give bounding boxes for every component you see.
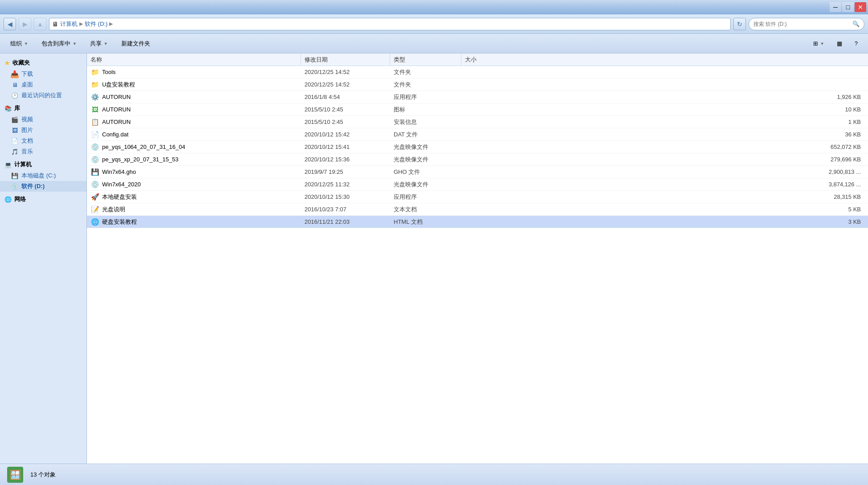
- table-row[interactable]: 💿 Win7x64_2020 2020/12/25 11:32 光盘映像文件 3…: [87, 178, 868, 191]
- forward-button[interactable]: ▶: [19, 18, 31, 30]
- search-icon: 🔍: [852, 21, 860, 27]
- table-row[interactable]: 💿 pe_yqs_xp_20_07_31_15_53 2020/10/12 15…: [87, 153, 868, 166]
- network-icon: 🌐: [4, 196, 12, 203]
- file-type-icon: 🚀: [91, 193, 99, 201]
- search-input[interactable]: [753, 21, 850, 27]
- table-row[interactable]: 🌐 硬盘安装教程 2016/11/21 22:03 HTML 文档 3 KB: [87, 216, 868, 228]
- organize-arrow: ▼: [24, 41, 28, 46]
- table-row[interactable]: 📁 U盘安装教程 2020/12/25 14:52 文件夹: [87, 78, 868, 91]
- sidebar-item-desktop[interactable]: 🖥 桌面: [0, 79, 86, 90]
- view-icon: ⊞: [813, 40, 818, 47]
- breadcrumb-software-disk[interactable]: 软件 (D:): [85, 20, 107, 28]
- file-name-cell: 💿 pe_yqs_xp_20_07_31_15_53: [87, 155, 301, 164]
- file-name-cell: 📁 Tools: [87, 68, 301, 77]
- file-size-cell: 652,072 KB: [461, 144, 868, 150]
- network-label: 网络: [14, 195, 26, 203]
- music-label: 音乐: [21, 148, 33, 156]
- col-size-header[interactable]: 大小: [461, 53, 868, 66]
- window-controls: ─ □ ✕: [830, 2, 866, 12]
- help-button[interactable]: ?: [849, 37, 864, 51]
- sidebar-item-recent[interactable]: 🕐 最近访问的位置: [0, 90, 86, 101]
- sidebar-item-video[interactable]: 🎬 视频: [0, 114, 86, 125]
- file-name-cell: 💿 pe_yqs_1064_20_07_31_16_04: [87, 143, 301, 152]
- file-type-cell: HTML 文档: [390, 218, 461, 226]
- file-type-cell: 光盘映像文件: [390, 181, 461, 189]
- table-row[interactable]: ⚙️ AUTORUN 2016/1/8 4:54 应用程序 1,926 KB: [87, 91, 868, 103]
- status-bar: 🪟 13 个对象: [0, 464, 868, 485]
- sidebar-favorites-header[interactable]: ★ 收藏夹: [0, 57, 86, 69]
- include-library-button[interactable]: 包含到库中 ▼: [36, 37, 82, 51]
- file-size-cell: 2,900,813 ...: [461, 169, 868, 175]
- share-button[interactable]: 共享 ▼: [84, 37, 114, 51]
- table-row[interactable]: 📄 Config.dat 2020/10/12 15:42 DAT 文件 36 …: [87, 128, 868, 141]
- file-type-cell: DAT 文件: [390, 131, 461, 139]
- up-button[interactable]: ▲: [34, 18, 46, 30]
- file-type-cell: 光盘映像文件: [390, 143, 461, 151]
- file-size-cell: 5 KB: [461, 206, 868, 213]
- table-row[interactable]: 📁 Tools 2020/12/25 14:52 文件夹: [87, 66, 868, 78]
- sidebar-item-music[interactable]: 🎵 音乐: [0, 146, 86, 157]
- file-date-cell: 2020/12/25 14:52: [301, 69, 390, 75]
- file-date-cell: 2020/10/12 15:30: [301, 193, 390, 200]
- maximize-button[interactable]: □: [842, 2, 854, 12]
- sidebar-item-document[interactable]: 📄 文档: [0, 136, 86, 146]
- organize-button[interactable]: 组织 ▼: [4, 37, 34, 51]
- sidebar-network-header[interactable]: 🌐 网络: [0, 193, 86, 205]
- library-label: 库: [14, 104, 20, 112]
- file-size-cell: 1,926 KB: [461, 94, 868, 100]
- sidebar-item-picture[interactable]: 🖼 图片: [0, 125, 86, 136]
- address-bar: ◀ ▶ ▲ 🖥 计算机 ▶ 软件 (D:) ▶ ↻ 🔍: [0, 14, 868, 34]
- file-type-icon: 💿: [91, 180, 99, 189]
- file-type-icon: 📋: [91, 118, 99, 127]
- view-options-button[interactable]: ⊞ ▼: [807, 37, 830, 51]
- music-icon: 🎵: [11, 148, 19, 156]
- col-date-header[interactable]: 修改日期: [301, 53, 390, 66]
- col-type-header[interactable]: 类型: [390, 53, 461, 66]
- file-name-text: AUTORUN: [102, 94, 131, 100]
- sidebar-item-local-disk[interactable]: 💾 本地磁盘 (C:): [0, 170, 86, 181]
- file-name-cell: 📋 AUTORUN: [87, 118, 301, 127]
- table-row[interactable]: 🚀 本地硬盘安装 2020/10/12 15:30 应用程序 28,315 KB: [87, 191, 868, 203]
- search-box[interactable]: 🔍: [749, 18, 864, 30]
- table-row[interactable]: 📝 光盘说明 2016/10/23 7:07 文本文档 5 KB: [87, 203, 868, 216]
- desktop-label: 桌面: [21, 81, 33, 89]
- minimize-button[interactable]: ─: [830, 2, 841, 12]
- file-date-cell: 2016/1/8 4:54: [301, 94, 390, 100]
- breadcrumb-computer[interactable]: 计算机: [60, 20, 78, 28]
- file-size-cell: 279,696 KB: [461, 156, 868, 163]
- refresh-button[interactable]: ↻: [733, 18, 746, 30]
- table-row[interactable]: 🖼 AUTORUN 2015/5/10 2:45 图标 10 KB: [87, 103, 868, 116]
- file-name-cell: 🖼 AUTORUN: [87, 105, 301, 114]
- organize-label: 组织: [10, 40, 22, 48]
- file-name-cell: 📝 光盘说明: [87, 205, 301, 214]
- sidebar-section-library: 📚 库 🎬 视频 🖼 图片 📄 文档 🎵 音乐: [0, 103, 86, 157]
- title-bar: ─ □ ✕: [0, 0, 868, 14]
- back-button[interactable]: ◀: [4, 18, 16, 30]
- status-count: 13 个对象: [30, 471, 56, 479]
- main-layout: ★ 收藏夹 📥 下载 🖥 桌面 🕐 最近访问的位置 📚 库: [0, 53, 868, 464]
- layout-button[interactable]: ▦: [831, 37, 848, 51]
- table-row[interactable]: 📋 AUTORUN 2015/5/10 2:45 安装信息 1 KB: [87, 116, 868, 128]
- file-type-icon: 💾: [91, 168, 99, 177]
- file-name-text: pe_yqs_1064_20_07_31_16_04: [102, 144, 185, 150]
- video-label: 视频: [21, 115, 33, 123]
- table-row[interactable]: 💿 pe_yqs_1064_20_07_31_16_04 2020/10/12 …: [87, 141, 868, 153]
- new-folder-button[interactable]: 新建文件夹: [115, 37, 156, 51]
- file-type-cell: 文件夹: [390, 81, 461, 89]
- sidebar-computer-header[interactable]: 💻 计算机: [0, 159, 86, 170]
- sidebar-item-software-disk[interactable]: 💿 软件 (D:): [0, 181, 86, 192]
- file-date-cell: 2020/10/12 15:36: [301, 156, 390, 163]
- file-type-cell: 图标: [390, 106, 461, 114]
- col-name-header[interactable]: 名称: [87, 53, 301, 66]
- sidebar-library-header[interactable]: 📚 库: [0, 103, 86, 114]
- help-label: ?: [855, 40, 858, 47]
- file-type-icon: 💿: [91, 143, 99, 152]
- file-size-cell: 3,874,126 ...: [461, 181, 868, 188]
- sidebar-item-download[interactable]: 📥 下载: [0, 69, 86, 79]
- file-name-cell: 🚀 本地硬盘安装: [87, 193, 301, 201]
- file-size-cell: 36 KB: [461, 131, 868, 138]
- file-name-text: 硬盘安装教程: [102, 218, 137, 226]
- table-row[interactable]: 💾 Win7x64.gho 2019/9/7 19:25 GHO 文件 2,90…: [87, 166, 868, 178]
- library-icon: 📚: [4, 105, 12, 112]
- close-button[interactable]: ✕: [855, 2, 866, 12]
